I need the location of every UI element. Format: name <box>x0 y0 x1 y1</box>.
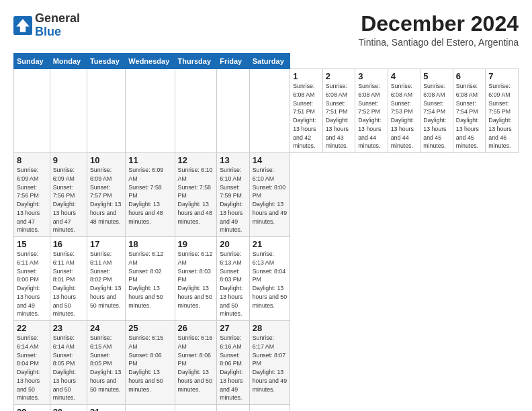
calendar-cell <box>126 405 175 411</box>
title-section: December 2024 Tintina, Santiago del Este… <box>359 12 519 48</box>
day-number: 16 <box>53 239 84 249</box>
calendar-cell: 30Sunrise: 6:18 AMSunset: 8:07 PMDayligh… <box>50 405 87 411</box>
calendar-cell: 1Sunrise: 6:08 AMSunset: 7:51 PMDaylight… <box>290 69 323 153</box>
day-info: Sunrise: 6:09 AMSunset: 7:58 PMDaylight:… <box>128 166 171 226</box>
calendar-cell: 13Sunrise: 6:10 AMSunset: 7:59 PMDayligh… <box>217 153 250 237</box>
day-number: 15 <box>17 239 47 249</box>
calendar-cell: 7Sunrise: 6:09 AMSunset: 7:55 PMDaylight… <box>486 69 519 153</box>
calendar-cell <box>249 405 290 411</box>
day-number: 29 <box>17 407 47 411</box>
day-info: Sunrise: 6:08 AMSunset: 7:51 PMDaylight:… <box>293 82 320 150</box>
calendar-cell: 10Sunrise: 6:09 AMSunset: 7:57 PMDayligh… <box>87 153 125 237</box>
day-number: 12 <box>178 155 214 165</box>
day-info: Sunrise: 6:08 AMSunset: 7:53 PMDaylight:… <box>391 82 418 150</box>
day-number: 20 <box>220 239 247 249</box>
day-number: 22 <box>17 323 47 333</box>
calendar-cell: 29Sunrise: 6:18 AMSunset: 8:07 PMDayligh… <box>14 405 50 411</box>
day-number: 7 <box>488 71 515 81</box>
header: General Blue December 2024 Tintina, Sant… <box>13 12 519 48</box>
logo-icon <box>13 16 32 35</box>
header-sunday: Sunday <box>14 54 50 69</box>
calendar-cell <box>175 69 217 153</box>
calendar-cell: 18Sunrise: 6:12 AMSunset: 8:02 PMDayligh… <box>126 237 175 321</box>
day-info: Sunrise: 6:08 AMSunset: 7:51 PMDaylight:… <box>326 82 353 150</box>
day-info: Sunrise: 6:08 AMSunset: 7:54 PMDaylight:… <box>423 82 450 150</box>
day-info: Sunrise: 6:14 AMSunset: 8:05 PMDaylight:… <box>53 334 84 402</box>
header-saturday: Saturday <box>249 54 290 69</box>
day-info: Sunrise: 6:15 AMSunset: 8:05 PMDaylight:… <box>90 334 122 394</box>
calendar-cell: 24Sunrise: 6:15 AMSunset: 8:05 PMDayligh… <box>87 321 125 405</box>
day-number: 14 <box>253 155 287 165</box>
logo-blue: Blue <box>35 26 80 39</box>
day-number: 21 <box>253 239 287 249</box>
day-number: 2 <box>326 71 353 81</box>
day-number: 30 <box>53 407 84 411</box>
calendar-cell: 20Sunrise: 6:13 AMSunset: 8:03 PMDayligh… <box>217 237 250 321</box>
calendar-cell: 27Sunrise: 6:16 AMSunset: 8:06 PMDayligh… <box>217 321 250 405</box>
calendar-cell: 17Sunrise: 6:11 AMSunset: 8:02 PMDayligh… <box>87 237 125 321</box>
day-number: 6 <box>456 71 483 81</box>
day-info: Sunrise: 6:13 AMSunset: 8:03 PMDaylight:… <box>220 250 247 318</box>
calendar-cell: 11Sunrise: 6:09 AMSunset: 7:58 PMDayligh… <box>126 153 175 237</box>
header-thursday: Thursday <box>175 54 217 69</box>
calendar-cell: 22Sunrise: 6:14 AMSunset: 8:04 PMDayligh… <box>14 321 50 405</box>
logo: General Blue <box>13 12 80 39</box>
calendar-cell: 14Sunrise: 6:10 AMSunset: 8:00 PMDayligh… <box>249 153 290 237</box>
calendar-cell: 5Sunrise: 6:08 AMSunset: 7:54 PMDaylight… <box>420 69 453 153</box>
day-number: 27 <box>220 323 247 333</box>
main-title: December 2024 <box>359 12 519 36</box>
calendar-week-3: 15Sunrise: 6:11 AMSunset: 8:00 PMDayligh… <box>14 237 519 321</box>
calendar-cell: 28Sunrise: 6:17 AMSunset: 8:07 PMDayligh… <box>249 321 290 405</box>
calendar-cell <box>217 69 250 153</box>
calendar-cell: 4Sunrise: 6:08 AMSunset: 7:53 PMDaylight… <box>388 69 420 153</box>
day-number: 9 <box>53 155 84 165</box>
day-info: Sunrise: 6:11 AMSunset: 8:01 PMDaylight:… <box>53 250 84 318</box>
page: General Blue December 2024 Tintina, Sant… <box>0 0 532 411</box>
day-info: Sunrise: 6:12 AMSunset: 8:02 PMDaylight:… <box>128 250 171 310</box>
day-number: 8 <box>17 155 47 165</box>
day-info: Sunrise: 6:10 AMSunset: 7:59 PMDaylight:… <box>220 166 247 234</box>
day-info: Sunrise: 6:10 AMSunset: 8:00 PMDaylight:… <box>253 166 287 226</box>
calendar-cell: 9Sunrise: 6:09 AMSunset: 7:56 PMDaylight… <box>50 153 87 237</box>
day-number: 23 <box>53 323 84 333</box>
calendar-cell: 8Sunrise: 6:09 AMSunset: 7:56 PMDaylight… <box>14 153 50 237</box>
calendar-cell: 6Sunrise: 6:08 AMSunset: 7:54 PMDaylight… <box>453 69 486 153</box>
day-info: Sunrise: 6:09 AMSunset: 7:56 PMDaylight:… <box>17 166 47 234</box>
header-wednesday: Wednesday <box>126 54 175 69</box>
day-number: 3 <box>358 71 385 81</box>
calendar-cell: 19Sunrise: 6:12 AMSunset: 8:03 PMDayligh… <box>175 237 217 321</box>
calendar-cell: 26Sunrise: 6:16 AMSunset: 8:06 PMDayligh… <box>175 321 217 405</box>
header-tuesday: Tuesday <box>87 54 125 69</box>
day-number: 31 <box>90 407 122 411</box>
logo-general: General <box>35 12 80 26</box>
day-info: Sunrise: 6:14 AMSunset: 8:04 PMDaylight:… <box>17 334 47 402</box>
calendar-cell <box>87 69 125 153</box>
calendar-cell: 21Sunrise: 6:13 AMSunset: 8:04 PMDayligh… <box>249 237 290 321</box>
subtitle: Tintina, Santiago del Estero, Argentina <box>359 37 519 48</box>
day-number: 17 <box>90 239 122 249</box>
day-info: Sunrise: 6:13 AMSunset: 8:04 PMDaylight:… <box>253 250 287 310</box>
day-info: Sunrise: 6:12 AMSunset: 8:03 PMDaylight:… <box>178 250 214 310</box>
calendar-cell <box>249 69 290 153</box>
calendar-cell <box>50 69 87 153</box>
calendar-cell: 31Sunrise: 6:19 AMSunset: 8:08 PMDayligh… <box>87 405 125 411</box>
calendar-cell: 15Sunrise: 6:11 AMSunset: 8:00 PMDayligh… <box>14 237 50 321</box>
header-friday: Friday <box>217 54 250 69</box>
calendar-cell <box>217 405 250 411</box>
calendar: Sunday Monday Tuesday Wednesday Thursday… <box>13 53 519 411</box>
day-info: Sunrise: 6:11 AMSunset: 8:00 PMDaylight:… <box>17 250 47 318</box>
day-number: 19 <box>178 239 214 249</box>
calendar-week-1: 1Sunrise: 6:08 AMSunset: 7:51 PMDaylight… <box>14 69 519 153</box>
day-number: 24 <box>90 323 122 333</box>
calendar-cell: 23Sunrise: 6:14 AMSunset: 8:05 PMDayligh… <box>50 321 87 405</box>
day-number: 18 <box>128 239 171 249</box>
day-info: Sunrise: 6:10 AMSunset: 7:58 PMDaylight:… <box>178 166 214 226</box>
calendar-week-5: 29Sunrise: 6:18 AMSunset: 8:07 PMDayligh… <box>14 405 519 411</box>
calendar-cell: 25Sunrise: 6:15 AMSunset: 8:06 PMDayligh… <box>126 321 175 405</box>
header-monday: Monday <box>50 54 87 69</box>
day-info: Sunrise: 6:16 AMSunset: 8:06 PMDaylight:… <box>220 334 247 402</box>
calendar-cell <box>175 405 217 411</box>
day-info: Sunrise: 6:09 AMSunset: 7:55 PMDaylight:… <box>488 82 515 150</box>
day-number: 4 <box>391 71 418 81</box>
day-number: 26 <box>178 323 214 333</box>
